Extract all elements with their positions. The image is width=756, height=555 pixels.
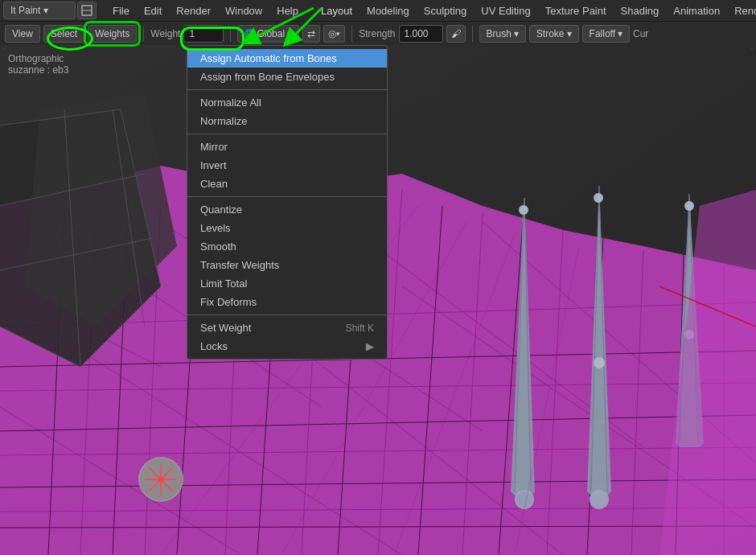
locks-arrow-icon: ▶: [366, 340, 374, 352]
menu-help[interactable]: Help: [270, 3, 305, 18]
weights-item-assign-envelopes[interactable]: Assign from Bone Envelopes: [187, 68, 387, 86]
stroke-arrow-icon: ▾: [567, 28, 572, 39]
fix-deforms-label: Fix Deforms: [200, 296, 257, 308]
tab-uv-editing[interactable]: UV Editing: [475, 3, 536, 18]
mirror-item-label: Mirror: [200, 141, 228, 153]
levels-label: Levels: [200, 222, 231, 234]
select-menu-btn[interactable]: Select: [43, 25, 84, 43]
weights-item-fix-deforms[interactable]: Fix Deforms: [187, 293, 387, 311]
quantize-label: Quantize: [200, 204, 242, 216]
locks-label: Locks: [200, 340, 228, 352]
falloff-label: Falloff: [590, 28, 615, 39]
svg-point-75: [158, 476, 164, 483]
mode-label: It Paint: [10, 5, 40, 16]
stroke-label: Stroke: [536, 28, 565, 39]
svg-point-82: [751, 48, 753, 50]
tab-shading[interactable]: Shading: [614, 3, 666, 18]
mirror-icon: ⇄: [307, 28, 315, 39]
brush-icon: 🖌: [451, 28, 461, 39]
falloff-arrow-icon: ▾: [618, 28, 622, 39]
brush-icon-btn[interactable]: 🖌: [446, 25, 466, 43]
transfer-label: Transfer Weights: [200, 259, 279, 271]
weights-item-set-weight[interactable]: Set Weight Shift K: [187, 319, 387, 337]
editor-icon-btn[interactable]: [77, 2, 97, 19]
space-selector[interactable]: 🌐 Global ▾: [237, 25, 299, 43]
svg-point-55: [519, 205, 528, 215]
tab-animation[interactable]: Animation: [667, 3, 726, 18]
tab-rendering[interactable]: Rendering: [728, 3, 756, 18]
stroke-selector[interactable]: Stroke ▾: [529, 25, 579, 43]
menu-file[interactable]: File: [106, 3, 136, 18]
weights-label: Weights: [95, 28, 129, 39]
smooth-label: Smooth: [200, 240, 236, 253]
weights-item-assign-auto[interactable]: Assign Automatic from Bones: [187, 49, 387, 68]
brush-arrow-icon: ▾: [514, 28, 519, 39]
separator-4: [187, 314, 387, 315]
weights-item-normalize-all[interactable]: Normalize All: [187, 93, 387, 112]
clean-label: Clean: [200, 178, 228, 190]
svg-point-62: [594, 357, 605, 368]
strength-label: Strength: [359, 28, 395, 39]
mirror-btn[interactable]: ⇄: [302, 25, 320, 43]
weights-item-limit[interactable]: Limit Total: [187, 274, 387, 293]
prop-arrow: ▾: [336, 30, 340, 38]
mode-dropdown[interactable]: It Paint ▾: [3, 2, 76, 19]
falloff-selector[interactable]: Falloff ▾: [582, 25, 630, 43]
top-menubar: It Paint ▾ File Edit Render Window Help …: [0, 0, 756, 21]
menu-edit[interactable]: Edit: [138, 3, 168, 18]
svg-point-54: [516, 491, 532, 508]
brush-label: Brush: [487, 28, 512, 39]
view-menu-btn[interactable]: View: [5, 25, 40, 43]
separator5: [351, 26, 352, 42]
weights-item-clean[interactable]: Clean: [187, 175, 387, 193]
weight-label: Weight: [150, 28, 180, 39]
separator-2: [187, 134, 387, 134]
weight-value[interactable]: 1: [183, 25, 224, 43]
cur-label: Cur: [633, 28, 648, 39]
space-arrow-icon: ▾: [287, 28, 292, 39]
normalize-all-label: Normalize All: [200, 97, 261, 109]
weights-item-invert[interactable]: Invert: [187, 156, 387, 175]
invert-label: Invert: [200, 159, 227, 171]
svg-point-60: [590, 490, 609, 509]
svg-point-61: [594, 193, 603, 203]
dropdown-arrow-icon: ▾: [43, 5, 48, 16]
weights-item-smooth[interactable]: Smooth: [187, 237, 387, 256]
space-icon: 🌐: [244, 29, 254, 38]
separator4: [230, 26, 231, 42]
tab-modeling[interactable]: Modeling: [360, 3, 416, 18]
weights-menu-btn[interactable]: Weights: [88, 25, 137, 43]
space-label: Global: [257, 28, 285, 39]
assign-envelopes-label: Assign from Bone Envelopes: [200, 71, 335, 83]
strength-value[interactable]: 1.000: [399, 25, 443, 43]
weights-item-transfer[interactable]: Transfer Weights: [187, 256, 387, 274]
editor-icon: [81, 5, 92, 16]
normalize-label: Normalize: [200, 115, 248, 127]
separator-1: [187, 89, 387, 90]
svg-point-81: [3, 48, 5, 50]
menu-render[interactable]: Render: [170, 3, 217, 18]
assign-auto-label: Assign Automatic from Bones: [200, 52, 337, 64]
brush-selector[interactable]: Brush ▾: [479, 25, 526, 43]
weights-item-mirror[interactable]: Mirror: [187, 138, 387, 156]
separator-3: [187, 196, 387, 197]
svg-point-67: [684, 201, 694, 211]
weights-item-normalize[interactable]: Normalize: [187, 112, 387, 130]
proportional-btn[interactable]: ◎ ▾: [323, 25, 345, 43]
weights-item-locks[interactable]: Locks ▶: [187, 337, 387, 356]
proportional-icon: ◎: [328, 28, 336, 39]
weights-item-quantize[interactable]: Quantize: [187, 200, 387, 219]
set-weight-label: Set Weight: [200, 322, 251, 334]
tab-sculpting[interactable]: Sculpting: [417, 3, 473, 18]
tab-texture-paint[interactable]: Texture Paint: [539, 3, 613, 18]
separator3: [143, 26, 144, 42]
set-weight-shortcut: Shift K: [346, 323, 374, 334]
weights-dropdown: Assign Automatic from Bones Assign from …: [187, 45, 388, 360]
tab-layout[interactable]: Layout: [314, 3, 359, 18]
toolbar-row: View Select Weights Weight 1 🌐 Global ▾ …: [0, 21, 756, 45]
separator6: [472, 26, 473, 42]
menu-window[interactable]: Window: [219, 3, 269, 18]
limit-label: Limit Total: [200, 278, 247, 290]
weights-item-levels[interactable]: Levels: [187, 219, 387, 237]
